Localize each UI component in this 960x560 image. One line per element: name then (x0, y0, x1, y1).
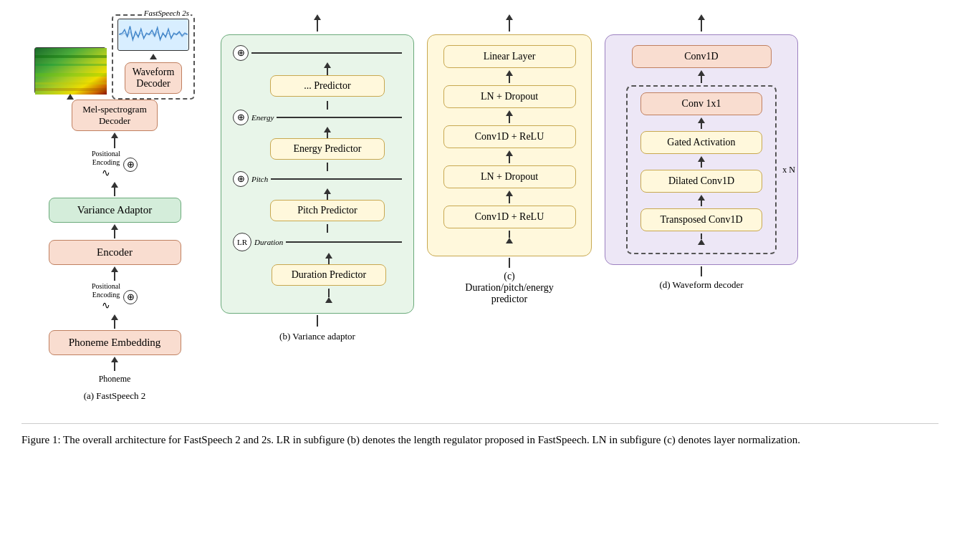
spectrogram-image (34, 47, 106, 94)
diagram-a: FastSpeech 2s (21, 14, 208, 402)
duration-predictor-box: Duration Predictor (272, 264, 386, 286)
plus-circle-energy: ⊕ (233, 110, 249, 125)
figure-caption: Figure 1: The overall architecture for F… (21, 423, 939, 448)
plus-circle-dots: ⊕ (233, 45, 249, 61)
fastspeech2s-box: FastSpeech 2s (112, 14, 195, 100)
xn-label: x N (782, 165, 795, 175)
ln-dropout-top-box: LN + Dropout (443, 85, 576, 108)
energy-label: Energy (251, 113, 274, 122)
b-arrow-duration (325, 253, 332, 264)
svg-rect-2 (35, 64, 107, 66)
pos-enc-symbol-top: ∿ (102, 167, 110, 179)
pitch-label: Pitch (251, 175, 268, 183)
pitch-predictor-box: Pitch Predictor (270, 200, 385, 221)
conv1d-top-box: Conv1D (632, 45, 772, 68)
plus-circle-bottom: ⊕ (123, 290, 138, 304)
pos-enc-label-bottom: Positional Encoding (92, 282, 120, 299)
conv1d-relu-bottom-box: Conv1D + ReLU (443, 206, 576, 228)
energy-predictor-box: Energy Predictor (270, 138, 385, 160)
svg-rect-3 (35, 73, 107, 77)
transposed-conv1d-box: Transposed Conv1D (640, 208, 762, 231)
phoneme-embedding-box: Phoneme Embedding (49, 330, 181, 355)
b-arrow-energy (324, 127, 331, 138)
caption-d: (d) Waveform decoder (659, 279, 743, 291)
conv1d-relu-top-box: Conv1D + ReLU (443, 125, 576, 148)
lr-circle: LR (233, 233, 251, 251)
caption-b: (b) Variance adaptor (279, 331, 355, 342)
c-top-arrow (506, 14, 513, 32)
arrow-a1 (111, 132, 118, 148)
phoneme-label: Phoneme (99, 374, 131, 385)
diagram-b: ⊕ ... Predictor (221, 14, 414, 342)
svg-rect-1 (35, 55, 107, 58)
dilated-conv1d-box: Dilated Conv1D (640, 170, 762, 193)
pos-enc-label-top: Positional Encoding (92, 150, 120, 167)
conv1x1-box: Conv 1x1 (640, 92, 762, 115)
arrow-a2 (111, 182, 118, 196)
fastspeech2s-label: FastSpeech 2s (143, 9, 191, 17)
arrow-to-mel-decoder (67, 94, 74, 100)
arrow-a3 (111, 224, 118, 238)
arrow-a6 (111, 357, 118, 371)
predictor-outer: Linear Layer LN + Dropout Conv1D + ReLU (427, 34, 592, 256)
b-arrow-dots (324, 62, 331, 75)
b-bottom-arrow (317, 315, 318, 327)
gated-activation-box: Gated Activation (640, 131, 762, 154)
arrow-a5 (111, 314, 118, 329)
d-bottom-arrow (701, 266, 702, 276)
dots-predictor-box: ... Predictor (270, 75, 385, 97)
waveform-decoder-box: Waveform Decoder (125, 62, 183, 94)
repeat-block: x N Conv 1x1 Gated Activation (626, 85, 777, 254)
caption-c: (c) Duration/pitch/energy predictor (465, 271, 553, 305)
caption-a: (a) FastSpeech 2 (84, 390, 146, 402)
linear-layer-box: Linear Layer (443, 45, 576, 68)
arrow-above-waveform (150, 54, 157, 59)
waveform-image (117, 19, 189, 51)
diagrams-row: FastSpeech 2s (21, 14, 939, 409)
svg-rect-0 (35, 48, 107, 95)
diagram-d: Conv1D x N Conv 1x1 (605, 14, 798, 291)
c-bottom-arrow (509, 258, 510, 268)
svg-rect-5 (35, 88, 107, 91)
plus-circle-top: ⊕ (123, 158, 138, 172)
b-arrow-pitch (324, 188, 331, 200)
duration-label: Duration (254, 238, 283, 246)
variance-adaptor-box: Variance Adaptor (49, 198, 181, 223)
diagram-c: Linear Layer LN + Dropout Conv1D + ReLU (427, 14, 592, 305)
b-top-arrow (314, 14, 321, 32)
svg-rect-4 (35, 82, 107, 85)
pos-enc-symbol-bottom: ∿ (102, 299, 110, 312)
variance-adaptor-outer: ⊕ ... Predictor (221, 34, 414, 314)
arrow-a4 (111, 266, 118, 281)
figure-container: FastSpeech 2s (21, 14, 939, 448)
waveform-decoder-outer: Conv1D x N Conv 1x1 (605, 34, 798, 265)
d-top-arrow (698, 14, 705, 32)
plus-circle-pitch: ⊕ (233, 171, 249, 187)
ln-dropout-bottom-box: LN + Dropout (443, 165, 576, 188)
encoder-box: Encoder (49, 240, 181, 265)
mel-decoder-box: Mel-spectrogram Decoder (72, 100, 158, 131)
